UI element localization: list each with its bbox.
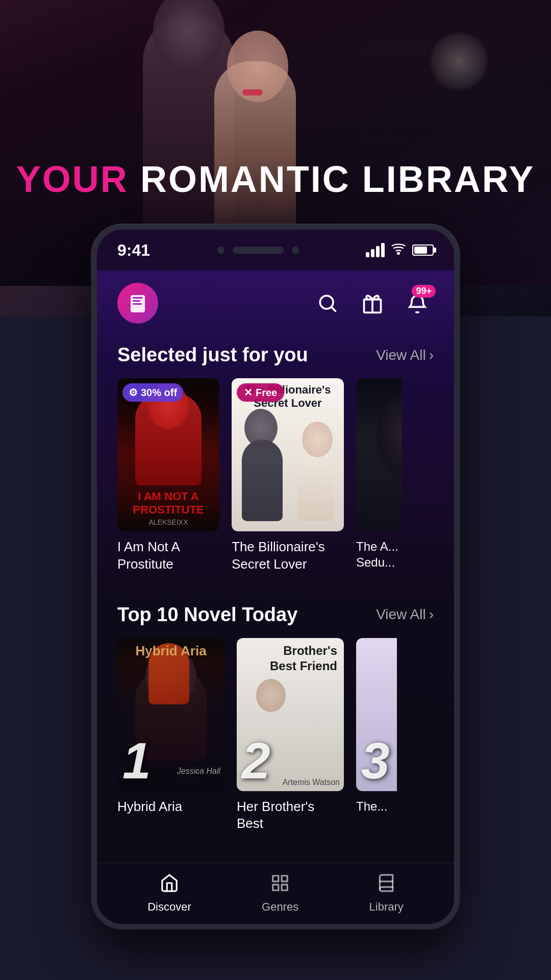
book-card-brothers-best[interactable]: Brother'sBest Friend Artemis Watson 2 He… [237, 638, 344, 833]
section-top10-header: Top 10 Novel Today View All › [117, 604, 434, 626]
book-card-hybrid-aria[interactable]: Hybrid Aria Jessica Hall 1 Hybrid Aria [117, 638, 224, 833]
book-title-billionaire: The Billionaire's Secret Lover [232, 538, 344, 573]
section-top10-title: Top 10 Novel Today [117, 604, 297, 626]
book-title-third: The A... Sedu... [356, 538, 402, 570]
book-card-third-partial[interactable]: The A... Sedu... [356, 378, 402, 573]
book-cover-brothers-best: Brother'sBest Friend Artemis Watson 2 [237, 638, 344, 791]
svg-point-0 [397, 252, 399, 254]
svg-rect-9 [273, 885, 279, 890]
spacer-1 [97, 578, 454, 594]
status-icons [366, 242, 434, 258]
view-all-top10-chevron: › [429, 606, 434, 623]
rank-number-3: 3 [361, 735, 390, 786]
wifi-icon [391, 242, 406, 258]
nav-genres[interactable]: Genres [262, 873, 298, 914]
section-for-you: Selected just for you View All › I AM NO… [97, 334, 454, 578]
books-for-you-row: I AM NOT APROSTITUTE ALEKSEIXX ⚙ 30% off… [117, 378, 434, 573]
book-cover-prostitute: I AM NOT APROSTITUTE ALEKSEIXX ⚙ 30% off [117, 378, 219, 531]
svg-rect-3 [133, 300, 140, 302]
notch-center [217, 247, 299, 254]
notch-speaker [233, 247, 284, 254]
notch-sensor [292, 247, 299, 254]
home-icon [160, 873, 179, 897]
phone-content[interactable]: 99+ Selected just for you View All › [97, 271, 454, 924]
svg-rect-2 [133, 297, 143, 299]
rank-number-2: 2 [242, 735, 270, 786]
book-cover-third-top: 3 [356, 638, 397, 791]
book-icon [377, 873, 396, 897]
book-card-billionaire[interactable]: The Billionaire'sSecret Lover ✕ Free [232, 378, 344, 573]
status-bar: 9:41 [97, 230, 454, 271]
search-button[interactable] [311, 287, 344, 320]
book-cover-billionaire: The Billionaire'sSecret Lover ✕ Free [232, 378, 344, 531]
notification-button[interactable]: 99+ [401, 287, 434, 320]
app-logo[interactable] [117, 283, 158, 324]
svg-point-5 [320, 296, 333, 309]
top10-books-row: Hybrid Aria Jessica Hall 1 Hybrid Aria [117, 638, 434, 833]
svg-rect-8 [282, 876, 287, 881]
section-for-you-header: Selected just for you View All › [117, 344, 434, 366]
view-all-top10[interactable]: View All › [376, 606, 434, 623]
section-for-you-title: Selected just for you [117, 344, 308, 366]
battery-icon [412, 244, 434, 256]
section-top10: Top 10 Novel Today View All › [97, 594, 454, 838]
notification-badge: 99+ [412, 285, 436, 298]
book-title-prostitute: I Am Not A Prostitute [117, 538, 219, 573]
book-title-brothers-best: Her Brother's Best [237, 798, 344, 833]
hero-title: YOUR ROMANTIC LIBRARY [0, 158, 551, 200]
nav-genres-label: Genres [262, 900, 298, 914]
notch-camera [217, 247, 224, 254]
book-cover-hybrid-aria: Hybrid Aria Jessica Hall 1 [117, 638, 224, 791]
book-badge-discount: ⚙ 30% off [122, 383, 183, 402]
header-icons: 99+ [311, 287, 434, 320]
nav-library[interactable]: Library [369, 873, 404, 914]
nav-discover[interactable]: Discover [147, 873, 191, 914]
app-header: 99+ [97, 271, 454, 334]
svg-rect-7 [273, 876, 279, 881]
svg-rect-10 [282, 885, 287, 890]
book-card-prostitute[interactable]: I AM NOT APROSTITUTE ALEKSEIXX ⚙ 30% off… [117, 378, 219, 573]
status-time: 9:41 [117, 241, 150, 260]
phone-mockup: 9:41 [92, 225, 459, 929]
view-all-for-you[interactable]: View All › [376, 347, 434, 363]
signal-icon [366, 243, 385, 257]
nav-library-label: Library [369, 900, 404, 914]
hero-title-your: YOUR [16, 159, 129, 200]
bottom-navigation: Discover Genres Library [97, 863, 454, 924]
rank-number-1: 1 [122, 735, 151, 786]
book-card-third-top-partial[interactable]: 3 The... [356, 638, 397, 833]
view-all-chevron: › [429, 347, 434, 363]
grid-icon [270, 873, 290, 897]
svg-rect-4 [133, 303, 142, 305]
book-badge-free: ✕ Free [237, 383, 284, 402]
moon-decoration [429, 31, 490, 92]
book-cover-third [356, 378, 402, 531]
book-title-third-top: The... [356, 798, 397, 814]
book-title-hybrid-aria: Hybrid Aria [117, 798, 224, 816]
hero-title-rest: ROMANTIC LIBRARY [129, 159, 535, 200]
nav-discover-label: Discover [147, 900, 191, 914]
gift-button[interactable] [356, 287, 389, 320]
